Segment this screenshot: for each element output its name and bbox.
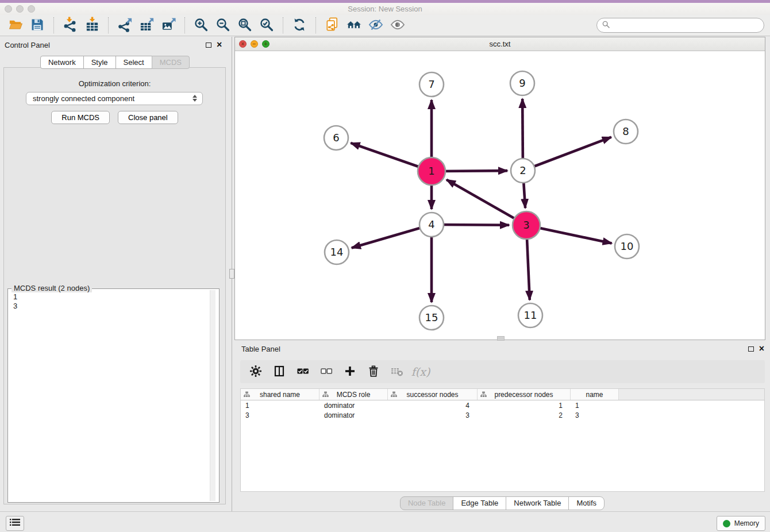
float-table-panel-icon[interactable] [748,346,754,352]
import-table-button[interactable] [81,16,103,35]
node-14[interactable]: 14 [325,240,349,264]
float-panel-icon[interactable] [206,43,211,48]
column-header-successor-nodes[interactable]: successor nodes [388,389,478,400]
mcds-buttons: Run MCDS Close panel [4,111,225,124]
close-table-panel-icon[interactable]: × [759,345,764,352]
tab-node-table[interactable]: Node Table [400,496,454,510]
tab-mcds[interactable]: MCDS [152,56,190,69]
run-mcds-button[interactable]: Run MCDS [51,111,110,124]
first-neighbors-button[interactable] [343,16,365,35]
criterion-select[interactable]: strongly connected component [26,92,203,105]
clone-network-button[interactable] [321,16,343,35]
delete-table-button[interactable] [390,365,404,379]
deselect-all-checkboxes-button[interactable] [319,365,333,379]
memory-button[interactable]: Memory [717,516,765,531]
select-stepper-icon [192,95,197,102]
tab-style[interactable]: Style [83,56,116,69]
cell-name[interactable]: 3 [571,410,619,420]
node-label-3: 3 [523,219,529,231]
column-header-shared-name[interactable]: shared name [241,389,319,400]
node-9[interactable]: 9 [510,71,534,95]
tab-select[interactable]: Select [116,56,152,69]
search-box[interactable] [596,18,764,33]
save-session-button[interactable] [26,16,48,35]
column-header-label: successor nodes [406,391,458,399]
table-settings-button[interactable] [249,365,263,379]
node-11[interactable]: 11 [518,303,542,327]
toolbar-separator [283,17,283,33]
node-6[interactable]: 6 [324,126,348,150]
show-all-button[interactable] [387,16,409,35]
zoom-in-icon [194,17,209,34]
column-header-predecessor-nodes[interactable]: predecessor nodes [478,389,571,400]
cell-shared-name[interactable]: 1 [241,400,319,410]
node-3[interactable]: 3 [513,211,540,239]
apply-layout-button[interactable] [288,16,310,35]
column-type-icon [480,391,487,399]
control-panel-tabs: NetworkStyleSelectMCDS [0,56,230,69]
column-header-label: name [586,391,603,399]
node-label-8: 8 [622,125,629,137]
zoom-in-button[interactable] [190,16,212,35]
tab-network-table[interactable]: Network Table [506,496,569,510]
cell-successor-nodes[interactable]: 3 [388,410,478,420]
add-column-button[interactable] [343,365,357,379]
node-4[interactable]: 4 [419,213,444,237]
close-panel-button[interactable]: Close panel [118,111,178,124]
cell-successor-nodes[interactable]: 4 [388,400,478,410]
open-session-button[interactable] [5,16,26,35]
criterion-value: strongly connected component [33,94,134,103]
canvas-resize-grip[interactable] [497,336,505,341]
panel-splitter-handle[interactable] [229,269,234,279]
node-label-15: 15 [425,311,438,323]
toolbar-separator [53,17,54,33]
import-network-button[interactable] [59,16,81,35]
export-table-button[interactable] [136,16,157,35]
search-icon [602,20,610,30]
cell-shared-name[interactable]: 3 [241,410,319,420]
delete-column-button[interactable] [367,365,380,379]
cell-name[interactable]: 1 [571,400,619,410]
node-10[interactable]: 10 [615,234,639,259]
search-input[interactable] [613,21,759,30]
table-row[interactable]: 3dominator323 [241,410,764,420]
result-scrollbar[interactable] [210,290,215,501]
column-header-MCDS-role[interactable]: MCDS role [319,389,388,400]
cell-predecessor-nodes[interactable]: 2 [478,410,571,420]
network-view-window: × − + scc.txt 7968124314101511 [234,37,765,340]
task-history-button[interactable] [6,516,24,531]
cell-predecessor-nodes[interactable]: 1 [478,400,571,410]
zoom-fit-button[interactable] [234,16,256,35]
tab-motifs[interactable]: Motifs [568,496,605,510]
tab-network[interactable]: Network [40,56,84,69]
node-1[interactable]: 1 [418,157,445,185]
node-8[interactable]: 8 [614,119,638,144]
select-all-checkboxes-button[interactable] [296,365,310,379]
table-tabs: Node TableEdge TableNetwork TableMotifs [234,496,770,510]
node-7[interactable]: 7 [419,72,444,97]
network-view-titlebar[interactable]: × − + scc.txt [235,37,765,51]
tab-edge-table[interactable]: Edge Table [453,496,506,510]
toolbar-separator [108,17,109,33]
edge-2-8[interactable] [523,137,611,171]
export-image-button[interactable] [157,16,179,35]
node-2[interactable]: 2 [511,159,535,183]
column-header-name[interactable]: name [571,389,619,400]
node-label-9: 9 [519,77,525,89]
zoom-selected-button[interactable] [256,16,278,35]
zoom-out-button[interactable] [212,16,234,35]
cell-MCDS-role[interactable]: dominator [319,410,388,420]
node-15[interactable]: 15 [419,306,444,330]
function-builder-button[interactable]: f(x) [414,365,428,379]
close-panel-icon[interactable]: × [217,41,222,48]
memory-label: Memory [734,519,759,527]
column-type-icon [391,391,397,399]
network-canvas[interactable]: 7968124314101511 [235,51,764,339]
column-view-button[interactable] [272,365,286,379]
export-network-button[interactable] [114,16,136,35]
cell-MCDS-role[interactable]: dominator [319,400,388,410]
session-title: Session: New Session [0,5,770,13]
table-row[interactable]: 1dominator411 [241,400,764,410]
toolbar-separator [315,17,316,33]
hide-selected-button[interactable] [365,16,387,35]
